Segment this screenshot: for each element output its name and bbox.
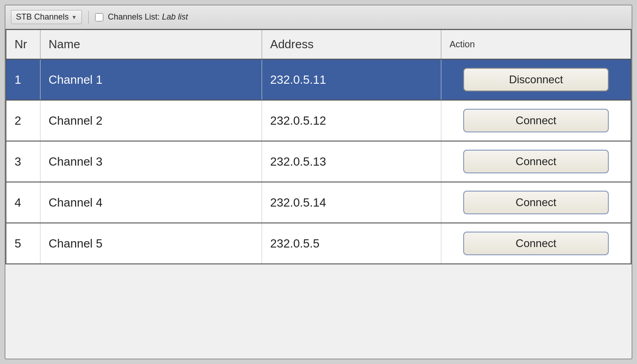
table-header-row: Nr Name Address Action [6, 30, 631, 59]
cell-nr: 1 [6, 59, 40, 100]
channels-list-checkbox-label[interactable] [95, 13, 103, 21]
channels-list-label: Channels List: Lab list [108, 12, 188, 22]
col-header-name: Name [40, 30, 262, 59]
table-row: 4Channel 4232.0.5.14Connect [6, 182, 631, 223]
cell-nr: 2 [6, 100, 40, 141]
channels-list-checkbox[interactable] [95, 13, 103, 21]
cell-name: Channel 4 [40, 182, 262, 223]
dropdown-arrow-icon: ▼ [71, 14, 77, 20]
cell-address: 232.0.5.14 [262, 182, 441, 223]
cell-nr: 3 [6, 141, 40, 182]
cell-address: 232.0.5.12 [262, 100, 441, 141]
cell-address: 232.0.5.5 [262, 223, 441, 264]
disconnect-button[interactable]: Disconnect [463, 68, 609, 91]
cell-name: Channel 3 [40, 141, 262, 182]
stb-channels-label: STB Channels [16, 12, 69, 22]
cell-name: Channel 1 [40, 59, 262, 100]
toolbar-separator [88, 11, 89, 24]
connect-button[interactable]: Connect [463, 150, 609, 173]
col-header-address: Address [262, 30, 441, 59]
toolbar: STB Channels ▼ Channels List: Lab list [5, 5, 632, 29]
table-row: 5Channel 5232.0.5.5Connect [6, 223, 631, 264]
col-header-nr: Nr [6, 30, 40, 59]
col-header-action: Action [441, 30, 631, 59]
connect-button[interactable]: Connect [463, 232, 609, 255]
stb-channels-button[interactable]: STB Channels ▼ [11, 10, 82, 24]
cell-action: Connect [441, 182, 631, 223]
connect-button[interactable]: Connect [463, 191, 609, 214]
cell-action: Connect [441, 100, 631, 141]
cell-nr: 5 [6, 223, 40, 264]
cell-action: Connect [441, 223, 631, 264]
table-container: Nr Name Address Action 1Channel 1232.0.5… [5, 29, 632, 359]
connect-button[interactable]: Connect [463, 109, 609, 132]
cell-name: Channel 5 [40, 223, 262, 264]
table-row: 3Channel 3232.0.5.13Connect [6, 141, 631, 182]
cell-action: Connect [441, 141, 631, 182]
cell-nr: 4 [6, 182, 40, 223]
table-row: 2Channel 2232.0.5.12Connect [6, 100, 631, 141]
app-window: STB Channels ▼ Channels List: Lab list N… [5, 5, 632, 359]
cell-action: Disconnect [441, 59, 631, 100]
cell-address: 232.0.5.13 [262, 141, 441, 182]
table-row: 1Channel 1232.0.5.11Disconnect [6, 59, 631, 100]
cell-address: 232.0.5.11 [262, 59, 441, 100]
channels-table: Nr Name Address Action 1Channel 1232.0.5… [5, 29, 632, 264]
cell-name: Channel 2 [40, 100, 262, 141]
